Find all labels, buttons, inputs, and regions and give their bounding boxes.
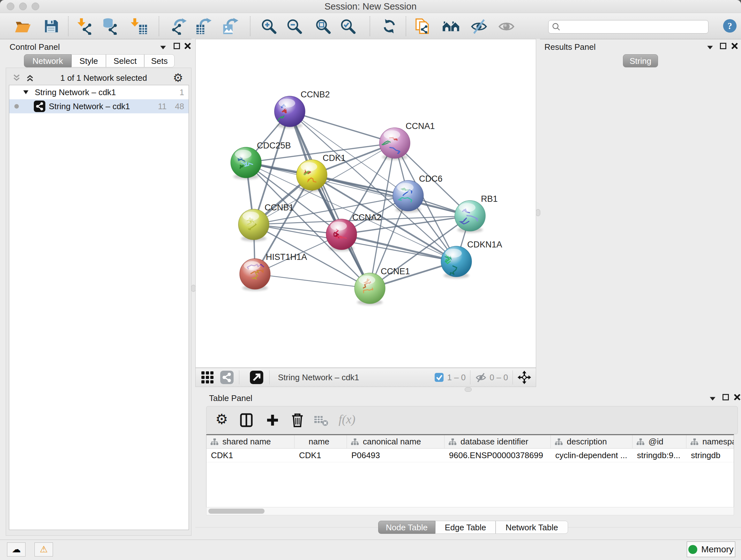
results-tab-string[interactable]: String — [623, 54, 658, 67]
minimize-window-icon[interactable] — [19, 3, 27, 10]
left-splitter[interactable] — [192, 39, 195, 389]
close-window-icon[interactable] — [7, 3, 14, 10]
show-all-icon[interactable] — [498, 17, 515, 35]
column-header-namespace[interactable]: namespace — [686, 435, 734, 448]
help-icon[interactable]: ? — [723, 18, 737, 33]
create-column-icon[interactable] — [266, 414, 279, 427]
column-header-name[interactable]: name — [294, 435, 347, 448]
refresh-view-icon[interactable] — [381, 17, 398, 35]
column-header-database-identifier[interactable]: database identifier — [445, 435, 551, 448]
tab-node-table[interactable]: Node Table — [378, 521, 435, 534]
column-header-shared-name[interactable]: shared name — [206, 435, 294, 448]
warnings-button[interactable]: ⚠ — [35, 543, 53, 557]
table-cell[interactable]: 9606.ENSP00000378699 — [445, 449, 551, 462]
zoom-window-icon[interactable] — [31, 3, 39, 10]
panel-menu-icon[interactable] — [709, 396, 716, 401]
cytoscape-window: Session: New Session ? Control Panel — [0, 0, 741, 560]
table-settings-gear-icon[interactable]: ⚙ — [215, 411, 228, 427]
show-columns-icon[interactable] — [239, 413, 254, 428]
float-panel-icon[interactable] — [720, 43, 726, 49]
delete-table-icon[interactable] — [314, 415, 328, 426]
node-table: shared namenamecanonical namedatabase id… — [206, 434, 734, 507]
expand-all-icon[interactable] — [25, 73, 35, 82]
window-title: Session: New Session — [0, 0, 741, 13]
selected-checkbox-icon[interactable] — [434, 373, 444, 382]
network-node-CDK1[interactable]: CDK1 — [296, 153, 346, 192]
network-edge[interactable] — [290, 111, 395, 143]
first-neighbors-icon[interactable] — [442, 17, 460, 35]
memory-button[interactable]: Memory — [687, 542, 735, 557]
network-node-HIST1H1A[interactable]: HIST1H1A — [240, 252, 307, 291]
open-view-in-window-icon[interactable] — [250, 370, 264, 384]
tab-style[interactable]: Style — [71, 54, 106, 67]
panel-menu-icon[interactable] — [706, 45, 714, 51]
network-row[interactable]: String Network – cdk1 11 48 — [9, 99, 189, 113]
save-session-icon[interactable] — [43, 17, 60, 35]
search-input[interactable] — [563, 22, 708, 32]
string-network-graph: CCNB2CCNA1CDC25BCDK1CDC6RB1CCNB1CCNA2CDK… — [196, 39, 536, 368]
table-cell[interactable]: CDK1 — [206, 449, 294, 462]
hide-selected-icon[interactable] — [470, 17, 488, 35]
close-panel-icon[interactable] — [733, 393, 741, 401]
new-network-from-selection-icon[interactable] — [414, 17, 431, 35]
zoom-selected-icon[interactable] — [339, 17, 356, 35]
close-panel-icon[interactable] — [184, 42, 192, 50]
table-hscrollbar[interactable] — [206, 507, 734, 515]
export-network-icon[interactable] — [170, 17, 187, 35]
network-node-CCNA1[interactable]: CCNA1 — [380, 121, 435, 160]
float-panel-icon[interactable] — [723, 394, 729, 400]
node-label: CDK1 — [323, 153, 346, 163]
open-session-icon[interactable] — [14, 17, 31, 35]
network-collection-row[interactable]: String Network – cdk1 1 — [9, 85, 189, 99]
panel-menu-icon[interactable] — [159, 45, 166, 51]
zoom-in-icon[interactable] — [260, 17, 277, 35]
collection-label: String Network – cdk1 — [35, 87, 116, 98]
control-panel-title: Control Panel — [10, 42, 60, 52]
delete-column-trash-icon[interactable] — [290, 412, 305, 428]
tab-network[interactable]: Network — [24, 54, 71, 67]
export-table-icon[interactable] — [195, 17, 212, 35]
table-cell[interactable]: CDK1 — [294, 449, 347, 462]
float-panel-icon[interactable] — [174, 43, 180, 49]
bottom-splitter-handle[interactable] — [465, 387, 472, 392]
node-label: CCNE1 — [381, 266, 410, 276]
tab-select[interactable]: Select — [106, 54, 144, 67]
table-cell[interactable]: stringdb:9... — [632, 449, 686, 462]
network-overview-icon[interactable] — [220, 370, 234, 384]
gear-icon[interactable]: ⚙ — [173, 71, 183, 84]
table-cell[interactable]: stringdb — [686, 449, 734, 462]
import-network-database-icon[interactable] — [101, 17, 118, 35]
tab-sets[interactable]: Sets — [144, 54, 175, 67]
network-node-CDKN1A[interactable]: CDKN1A — [441, 240, 502, 278]
warning-icon: ⚠ — [40, 544, 48, 554]
left-splitter-handle[interactable] — [191, 285, 196, 292]
node-label: CCNB1 — [265, 203, 294, 212]
column-header-description[interactable]: description — [551, 435, 632, 448]
import-network-file-icon[interactable] — [75, 17, 92, 35]
zoom-out-icon[interactable] — [286, 17, 303, 35]
column-header-@id[interactable]: @id — [632, 435, 686, 448]
table-panel-title: Table Panel — [209, 393, 253, 403]
close-panel-icon[interactable] — [731, 42, 738, 50]
birdseye-grid-icon[interactable] — [201, 371, 214, 384]
tab-edge-table[interactable]: Edge Table — [435, 521, 495, 534]
title-bar: Session: New Session — [0, 0, 741, 13]
network-view-title: String Network – cdk1 — [278, 373, 359, 382]
collection-expander-icon[interactable] — [23, 90, 29, 95]
network-view-canvas[interactable]: CCNB2CCNA1CDC25BCDK1CDC6RB1CCNB1CCNA2CDK… — [195, 39, 536, 368]
table-row[interactable]: CDK1CDK1P064939606.ENSP00000378699cyclin… — [206, 449, 734, 462]
network-edge[interactable] — [255, 274, 370, 288]
column-header-canonical-name[interactable]: canonical name — [347, 435, 445, 448]
table-cell[interactable]: cyclin-dependent ... — [551, 449, 632, 462]
cloud-button[interactable]: ☁ — [7, 543, 25, 557]
cloud-icon: ☁ — [12, 544, 21, 554]
table-cell[interactable]: P06493 — [347, 449, 445, 462]
table-hscroll-thumb[interactable] — [208, 509, 265, 514]
import-table-file-icon[interactable] — [131, 17, 148, 35]
tab-network-table[interactable]: Network Table — [495, 521, 568, 534]
export-image-icon[interactable] — [222, 17, 239, 35]
collapse-all-icon[interactable] — [12, 73, 21, 82]
pan-move-icon[interactable] — [517, 370, 531, 384]
zoom-fit-icon[interactable] — [314, 17, 332, 35]
network-node-RB1[interactable]: RB1 — [455, 194, 498, 233]
